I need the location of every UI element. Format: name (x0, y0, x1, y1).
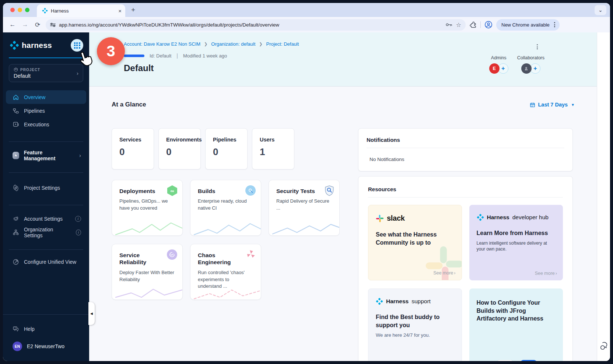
brand-bold: Harness (386, 298, 409, 305)
see-more-link[interactable]: See more› (433, 270, 455, 276)
sidebar-item-configure-unified-view[interactable]: Configure Unified View (6, 255, 86, 269)
project-label: PROJECT (20, 68, 40, 72)
organization-settings-icon (13, 229, 19, 236)
overview-content: At a Glance Last 7 Days ▼ Services (89, 87, 597, 361)
sidebar-item-executions[interactable]: Executions (6, 118, 86, 131)
breadcrumb-organization-link[interactable]: Organization: default (211, 41, 255, 47)
harness-logo[interactable]: harness (10, 41, 71, 50)
stat-value: 0 (119, 146, 154, 158)
extensions-puzzle-icon[interactable] (469, 21, 477, 28)
module-card-chaos-engineering[interactable]: Chaos Engineering Run controlled 'chaos'… (190, 244, 261, 300)
section-title-at-a-glance: At a Glance (112, 101, 146, 108)
chevron-right-icon: › (79, 152, 81, 158)
info-icon[interactable]: i (75, 216, 81, 222)
module-card-builds[interactable]: Builds Enterprise ready, cloud native CI (190, 180, 261, 236)
resource-card-slack[interactable]: slack See what the Harness Community is … (368, 205, 462, 280)
page-right-gutter (597, 32, 610, 361)
stat-label: Services (119, 137, 154, 143)
module-grid-button[interactable] (71, 39, 83, 52)
module-title: Deployments (119, 188, 164, 195)
security-squiggle (269, 216, 339, 235)
url-text[interactable]: app.harness.io/ng/account/YWdkwNPiTceDUK… (59, 22, 442, 28)
forward-icon[interactable]: → (21, 21, 29, 28)
sidebar-item-overview[interactable]: Overview (6, 90, 86, 104)
builds-squiggle (190, 216, 261, 235)
bookmark-star-icon[interactable]: ☆ (456, 21, 461, 28)
site-settings-icon[interactable] (50, 24, 56, 26)
project-selector[interactable]: PROJECT Default › (9, 64, 83, 82)
sidebar-accent-line (9, 57, 83, 58)
stat-card-environments[interactable]: Environments 0 (158, 128, 201, 169)
breadcrumb-account-link[interactable]: Account: Dave Karow E2 Non SCIM (124, 41, 200, 47)
window-controls[interactable] (10, 8, 29, 12)
chevron-right-icon: › (77, 70, 78, 76)
maximize-window-button[interactable] (25, 8, 29, 12)
reload-icon[interactable]: ⟳ (33, 21, 42, 29)
module-card-deployments[interactable]: Deployments Pipelines, GitOps... we have… (112, 180, 183, 236)
close-window-button[interactable] (10, 8, 15, 12)
sidebar-item-user-profile[interactable]: EN E2 NewuserTwo (6, 339, 86, 353)
project-name: Default (14, 73, 77, 79)
resources-panel: Resources slack See what the Harness Com (358, 176, 573, 361)
date-range-picker[interactable]: Last 7 Days ▼ (530, 102, 575, 108)
new-tab-button[interactable]: + (131, 6, 135, 14)
sidebar-item-help[interactable]: ? Help (6, 322, 86, 336)
stat-value: 0 (213, 146, 247, 158)
add-collaborator-button[interactable]: + (530, 63, 540, 74)
gear-icon (13, 185, 19, 191)
resource-card-support[interactable]: Harness support Find the Best buddy to s… (368, 288, 462, 361)
browser-toolbar: ← → ⟳ app.harness.io/ng/account/YWdkwNPi… (3, 17, 610, 32)
sidebar-item-pipelines[interactable]: Pipelines (6, 104, 86, 118)
module-card-service-reliability[interactable]: Service Reliability Deploy Faster With B… (112, 244, 183, 300)
new-chrome-available-button[interactable]: New Chrome available (496, 19, 560, 31)
admin-avatar[interactable]: E (489, 63, 500, 74)
resource-card-jfrog[interactable]: How to Configure Your Builds with JFrog … (469, 288, 563, 361)
profile-icon[interactable] (484, 21, 493, 29)
harness-logo-icon (477, 214, 484, 221)
stat-card-pipelines[interactable]: Pipelines 0 (205, 128, 248, 169)
project-header: Account: Dave Karow E2 Non SCIM ❯ Organi… (89, 32, 597, 87)
brand-name: harness (22, 41, 52, 50)
back-icon[interactable]: ← (8, 21, 17, 28)
stat-card-users[interactable]: Users 1 (252, 128, 294, 169)
security-tests-icon (325, 185, 334, 197)
project-menu-kebab-icon[interactable] (536, 43, 539, 50)
stat-card-services[interactable]: Services 0 (112, 128, 154, 169)
see-more-link[interactable]: See more› (535, 271, 557, 276)
slack-headline: See what the Harness Community is up to (376, 231, 454, 246)
breadcrumb: Account: Dave Karow E2 Non SCIM ❯ Organi… (124, 41, 597, 47)
add-admin-button[interactable]: + (498, 63, 508, 74)
breadcrumb-project-link[interactable]: Project: Default (266, 41, 299, 47)
calendar-icon (530, 102, 535, 108)
chat-bubbles-icon[interactable] (599, 341, 609, 351)
grid-icon (74, 42, 80, 49)
pipelines-icon (13, 108, 19, 114)
support-subtext: We are here 24/7 for you. (376, 332, 454, 339)
nav-label: Executions (24, 122, 49, 127)
url-bar[interactable]: app.harness.io/ng/account/YWdkwNPiTceDUK… (46, 19, 466, 31)
stat-label: Users (260, 137, 294, 143)
module-title: Builds (198, 188, 242, 195)
module-card-security-tests[interactable]: Security Tests Rapid Delivery of Secure … (269, 180, 340, 236)
info-icon[interactable]: i (76, 230, 81, 235)
password-key-icon[interactable] (445, 22, 453, 27)
admins-group: Admins E + (489, 55, 508, 74)
feature-management-icon (13, 152, 19, 159)
chaos-squiggle (190, 280, 261, 300)
devhub-subtext: Learn intelligent software delivery at y… (477, 240, 556, 253)
support-headline: Find the Best buddy to support you (376, 313, 454, 329)
sidebar-item-account-settings[interactable]: Account Settings i (6, 212, 86, 225)
sidebar-collapse-handle[interactable]: ◀ (88, 302, 95, 325)
sidebar-item-feature-management[interactable]: Feature Management › (6, 148, 86, 162)
nav-label: Pipelines (24, 108, 45, 114)
browser-tab[interactable]: Harness × (37, 4, 125, 17)
minimize-window-button[interactable] (18, 8, 22, 12)
resource-card-developer-hub[interactable]: Harness developer hub Learn More from Ha… (469, 205, 563, 280)
browser-window: Harness × + ⌄ ← → ⟳ app.harness.io/ng/ac… (3, 3, 610, 361)
tab-search-button[interactable]: ⌄ (595, 5, 606, 15)
chrome-menu-kebab-icon[interactable] (553, 21, 556, 28)
collaborator-avatar[interactable] (521, 63, 532, 74)
sidebar-item-project-settings[interactable]: Project Settings (6, 181, 86, 195)
tab-close-icon[interactable]: × (118, 8, 122, 14)
sidebar-item-organization-settings[interactable]: Organization Settings i (6, 225, 86, 239)
